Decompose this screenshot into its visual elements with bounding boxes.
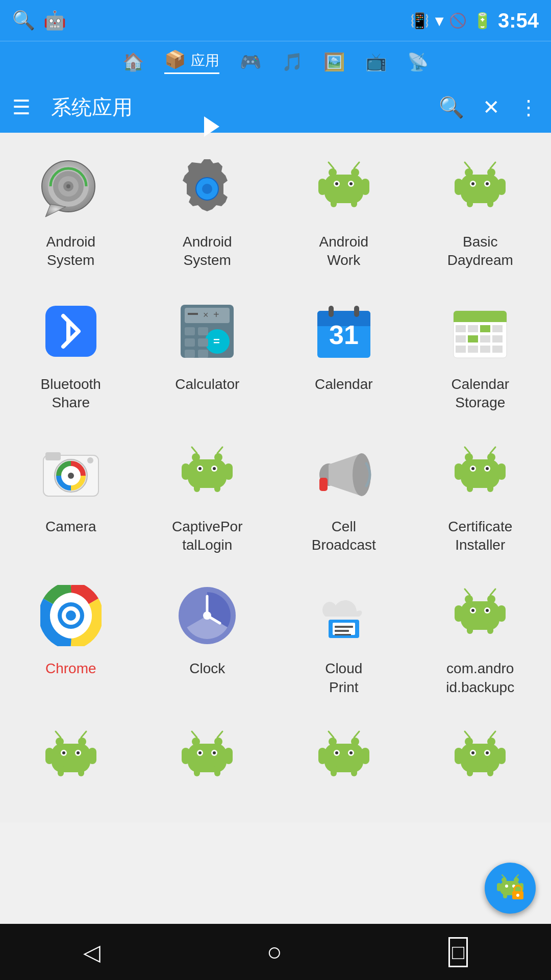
svg-rect-65 xyxy=(492,335,503,342)
android-row5-1-icon xyxy=(40,727,102,789)
cell-broadcast-icon xyxy=(313,443,374,504)
fab-icon xyxy=(495,873,525,903)
svg-point-183 xyxy=(486,751,489,754)
svg-line-88 xyxy=(192,447,197,453)
svg-rect-162 xyxy=(324,744,363,772)
svg-point-131 xyxy=(486,609,489,612)
tab-photos[interactable]: 🖼️ xyxy=(323,52,345,72)
app-label: CertificateInstaller xyxy=(448,518,512,555)
svg-rect-68 xyxy=(480,346,490,353)
app-row5-2[interactable] xyxy=(142,712,273,812)
svg-rect-98 xyxy=(497,463,506,480)
app-android-system-1[interactable]: AndroidSystem xyxy=(5,143,137,280)
app-basic-daydream[interactable]: BasicDaydream xyxy=(415,143,546,280)
app-row5-4[interactable] xyxy=(415,712,546,812)
svg-rect-124 xyxy=(455,605,463,622)
svg-rect-62 xyxy=(456,335,466,342)
more-options-icon[interactable]: ⋮ xyxy=(518,95,539,119)
bluetooth-icon xyxy=(40,301,102,362)
svg-rect-67 xyxy=(468,346,478,353)
menu-icon[interactable]: ☰ xyxy=(12,95,31,119)
svg-rect-138 xyxy=(88,748,96,764)
app-com-android-backupc[interactable]: com.android.backupc xyxy=(415,570,546,707)
camera-icon xyxy=(40,443,102,504)
app-calendar-storage[interactable]: CalendarStorage xyxy=(415,285,546,423)
tab-games[interactable]: 🎮 xyxy=(240,52,261,72)
svg-rect-118 xyxy=(335,626,353,628)
app-label: CalendarStorage xyxy=(451,375,509,412)
app-label: CellBroadcast xyxy=(312,518,376,555)
recents-button[interactable]: □ xyxy=(448,937,468,967)
tab-apps[interactable]: 📦 应用 xyxy=(164,49,219,74)
svg-rect-99 xyxy=(467,480,473,492)
tab-tv[interactable]: 📺 xyxy=(365,52,387,72)
app-chrome[interactable]: Chrome xyxy=(5,570,137,707)
app-bluetooth-share[interactable]: BluetoothShare xyxy=(5,285,137,423)
app-calculator[interactable]: × + = Calculator xyxy=(142,285,273,423)
svg-text:×: × xyxy=(203,310,209,320)
app-row5-3[interactable] xyxy=(278,712,410,812)
svg-rect-45 xyxy=(185,338,195,347)
page-title: 系统应用 xyxy=(51,93,427,121)
app-calendar[interactable]: 31 Calendar xyxy=(278,285,410,423)
svg-rect-175 xyxy=(461,744,499,772)
basic-daydream-icon xyxy=(449,158,511,219)
svg-line-185 xyxy=(490,731,495,738)
svg-rect-60 xyxy=(480,325,490,332)
close-icon[interactable]: ✕ xyxy=(483,95,500,119)
app-android-work[interactable]: AndroidWork xyxy=(278,143,410,280)
app-label: BluetoothShare xyxy=(41,375,101,412)
app-captive-portal[interactable]: CaptivePortalLogin xyxy=(142,428,273,565)
svg-point-18 xyxy=(335,182,338,185)
svg-line-132 xyxy=(465,589,470,595)
battery-icon: 🔋 xyxy=(473,12,492,30)
app-label: CaptivePortalLogin xyxy=(172,518,243,555)
svg-point-110 xyxy=(66,610,76,621)
app-label: AndroidSystem xyxy=(183,233,232,270)
svg-point-156 xyxy=(198,751,202,754)
app-camera[interactable]: Camera xyxy=(5,428,137,565)
svg-point-87 xyxy=(213,467,216,470)
android-work-icon xyxy=(313,158,374,219)
svg-point-6 xyxy=(66,184,70,188)
svg-line-146 xyxy=(81,731,86,738)
app-cloud-print[interactable]: CloudPrint xyxy=(278,570,410,707)
app-label: AndroidWork xyxy=(319,233,368,270)
svg-line-158 xyxy=(192,731,197,738)
app-label: CloudPrint xyxy=(325,659,362,697)
app-row5-1[interactable] xyxy=(5,712,137,812)
app-clock[interactable]: Clock xyxy=(142,570,273,707)
back-button[interactable]: ◁ xyxy=(83,939,101,965)
svg-rect-61 xyxy=(492,325,503,332)
svg-line-172 xyxy=(354,731,359,738)
android-row5-2-icon xyxy=(177,727,238,789)
svg-rect-151 xyxy=(224,748,233,764)
svg-rect-176 xyxy=(455,748,463,764)
fab-button[interactable] xyxy=(485,863,536,914)
svg-line-184 xyxy=(465,731,470,738)
svg-rect-189 xyxy=(497,883,501,891)
svg-text:+: + xyxy=(213,309,219,320)
svg-line-20 xyxy=(329,162,334,168)
svg-rect-136 xyxy=(52,744,90,772)
svg-rect-35 xyxy=(45,306,96,357)
search-action-icon[interactable]: 🔍 xyxy=(439,95,464,119)
svg-rect-179 xyxy=(487,764,493,776)
svg-rect-96 xyxy=(461,459,499,488)
svg-point-157 xyxy=(213,751,216,754)
svg-rect-139 xyxy=(58,764,64,776)
app-certificate-installer[interactable]: CertificateInstaller xyxy=(415,428,546,565)
svg-line-195 xyxy=(502,875,505,878)
calendar-icon: 31 xyxy=(313,301,374,362)
tab-music[interactable]: 🎵 xyxy=(282,52,303,72)
svg-rect-64 xyxy=(480,335,490,342)
svg-rect-12 xyxy=(318,179,327,195)
tab-more[interactable]: 📡 xyxy=(407,52,429,72)
android-row5-4-icon xyxy=(449,727,511,789)
app-android-system-2[interactable]: AndroidSystem xyxy=(142,143,273,280)
home-button[interactable]: ○ xyxy=(267,937,282,967)
tab-home[interactable]: 🏠 xyxy=(122,52,144,72)
app-cell-broadcast[interactable]: CellBroadcast xyxy=(278,428,410,565)
svg-rect-97 xyxy=(455,463,463,480)
svg-rect-66 xyxy=(456,346,466,353)
